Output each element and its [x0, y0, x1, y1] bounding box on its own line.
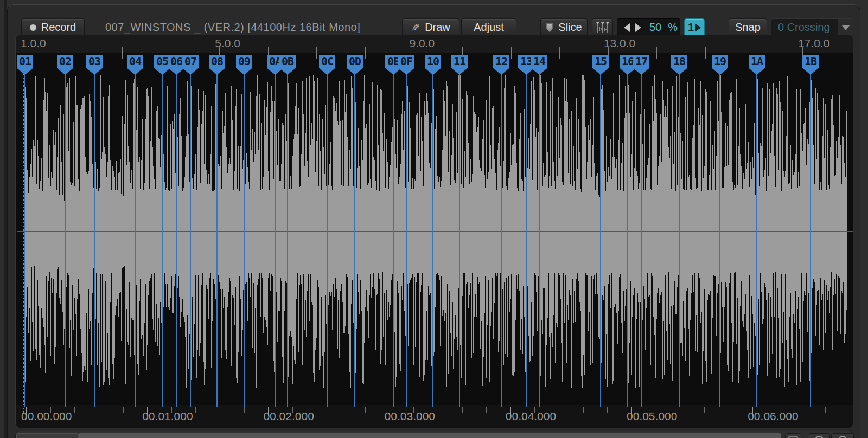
increase-arrow-icon[interactable] [635, 23, 641, 32]
dropdown-arrow-button[interactable] [838, 19, 853, 36]
slice-line-08 [216, 74, 218, 407]
slice-line-02 [65, 74, 66, 407]
beat-label: 9.0.0 [410, 37, 435, 50]
time-label: 00.00.000 [21, 410, 72, 423]
slice-line-13 [526, 74, 527, 407]
draw-label: Draw [425, 21, 450, 34]
snap-label: Snap [735, 21, 761, 34]
hscroll-track[interactable] [79, 433, 781, 438]
slice-line-05 [162, 74, 163, 407]
slice-markers-icon [596, 22, 610, 34]
play-slice-toggle-button[interactable]: 1 [684, 18, 705, 36]
time-label: 00.02.000 [263, 410, 314, 423]
beat-label: 17.0.0 [798, 37, 829, 50]
slice-line-11 [459, 74, 460, 407]
play-slice-label: 1 [688, 21, 694, 34]
slice-button[interactable]: Slice [540, 18, 588, 36]
slice-line-0A [275, 74, 276, 407]
slice-line-01 [24, 74, 25, 407]
slice-line-0C [327, 74, 328, 407]
draw-button[interactable]: ✎ Draw [402, 18, 459, 36]
time-label: 00.05.000 [627, 410, 677, 423]
slice-line-09 [244, 74, 245, 407]
sample-title: 007_WINSTONS _ (VER.2) [44100Hz 16Bit Mo… [105, 21, 360, 34]
beat-label: 13.0.0 [604, 37, 635, 50]
slice-line-19 [719, 74, 720, 407]
slice-line-0E [393, 74, 394, 407]
slice-line-06 [176, 74, 177, 407]
zoom-in-icon [838, 436, 847, 438]
record-circle-icon [30, 24, 36, 31]
zoom-out-button[interactable] [808, 433, 830, 438]
snap-button[interactable]: Snap [729, 18, 767, 36]
waveform-canvas[interactable] [16, 35, 853, 428]
hscroll-thumb[interactable] [16, 433, 79, 438]
slice-line-12 [501, 74, 502, 407]
chevron-down-icon [841, 25, 850, 30]
decrease-arrow-icon[interactable] [624, 23, 630, 32]
beat-label: 5.0.0 [215, 37, 240, 50]
slice-line-07 [190, 74, 191, 407]
slice-line-0F [406, 74, 407, 407]
waveform-panel: 0102030405060708090A0B0C0D0E0F1011121314… [15, 35, 853, 428]
screen: { "toolbar": { "record_label": "Record",… [0, 0, 868, 438]
time-label: 00.03.000 [385, 410, 435, 423]
slice-shield-icon [546, 23, 553, 33]
sensitivity-value[interactable]: 50 [649, 21, 661, 34]
record-label: Record [41, 21, 76, 34]
zero-crossing-label: 0 Crossing [771, 21, 838, 34]
slice-line-14 [539, 74, 540, 407]
selection-tool-button[interactable] [785, 433, 801, 438]
slice-line-0D [354, 74, 355, 407]
slice-line-17 [641, 74, 642, 407]
sensitivity-unit: % [668, 21, 678, 34]
zero-crossing-dropdown[interactable]: 0 Crossing [771, 18, 853, 36]
slice-label: Slice [558, 21, 582, 34]
slice-line-0B [287, 74, 288, 407]
bottom-scroll-panel [15, 431, 853, 438]
adjust-label: Adjust [474, 21, 504, 34]
slice-line-04 [135, 74, 136, 407]
selection-icon [788, 436, 798, 438]
adjust-button[interactable]: Adjust [461, 18, 516, 36]
zoom-out-icon [815, 436, 824, 438]
slice-line-10 [432, 74, 433, 407]
slice-line-18 [679, 74, 680, 407]
show-slice-markers-button[interactable] [592, 18, 613, 36]
zoom-in-button[interactable] [831, 433, 854, 438]
time-label: 00.01.000 [142, 410, 193, 423]
edit-cursor [23, 74, 24, 413]
slice-line-1B [810, 74, 811, 407]
slice-sensitivity-stepper: 50 % [617, 18, 680, 36]
slice-line-16 [627, 74, 628, 407]
time-label: 00.04.000 [506, 410, 556, 423]
beat-label: 1.0.0 [21, 37, 46, 50]
play-triangle-icon [695, 23, 701, 32]
pencil-icon: ✎ [411, 22, 420, 34]
record-button[interactable]: Record [21, 18, 85, 36]
slice-line-15 [600, 74, 601, 407]
time-label: 00.06.000 [748, 410, 798, 423]
slice-line-1A [756, 74, 757, 407]
slice-line-03 [94, 74, 95, 407]
sample-editor-window: Record 007_WINSTONS _ (VER.2) [44100Hz 1… [7, 4, 860, 438]
